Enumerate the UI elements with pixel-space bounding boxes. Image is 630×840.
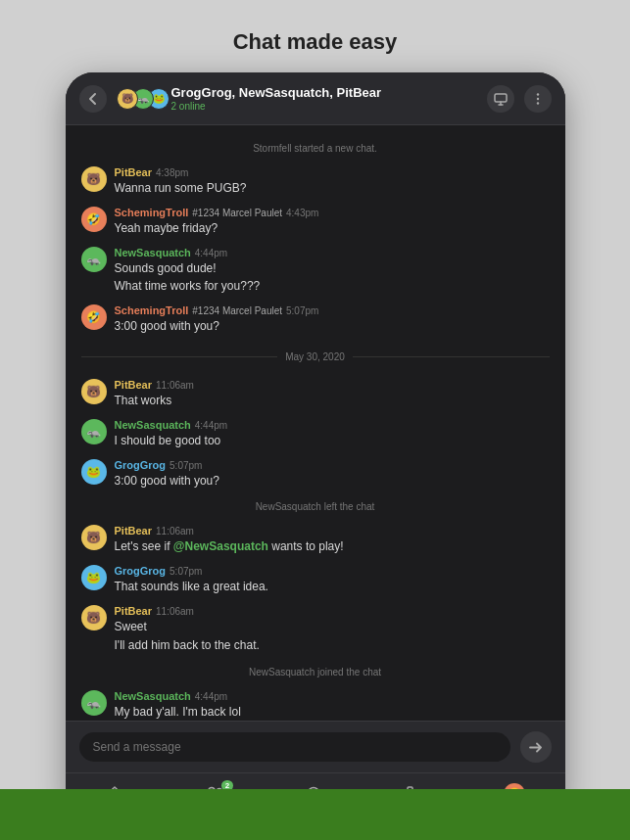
message-row: 🐻 PitBear 11:06am Sweet I'll add him bac… [81, 605, 550, 654]
avatar: 🤣 [81, 304, 107, 330]
message-content: PitBear 11:06am That works [115, 379, 550, 409]
avatar-pitbear: 🐻 [117, 88, 138, 110]
message-time: 4:44pm [195, 691, 227, 702]
message-text: My bad y'all. I'm back lol [115, 704, 550, 721]
message-content: PitBear 11:06am Sweet I'll add him back … [115, 605, 550, 654]
message-row: 🐸 GrogGrog 5:07pm That sounds like a gre… [81, 565, 550, 595]
message-row: 🦡 NewSasquatch 4:44pm My bad y'all. I'm … [81, 690, 550, 721]
message-username: PitBear [115, 605, 153, 617]
message-time: 5:07pm [170, 460, 202, 471]
message-text: That sounds like a great idea. [115, 579, 550, 595]
message-input[interactable] [79, 732, 510, 762]
send-button[interactable] [520, 731, 552, 763]
message-time: 5:07pm [286, 305, 318, 316]
system-message: NewSasquatch joined the chat [81, 667, 550, 677]
message-username: NewSasquatch [115, 247, 191, 258]
message-content: NewSasquatch 4:44pm I should be good too [115, 419, 550, 449]
green-bar [0, 789, 630, 840]
message-row: 🦡 NewSasquatch 4:44pm Sounds good dude! … [81, 247, 550, 296]
avatar: 🐻 [81, 166, 107, 192]
message-text: Sounds good dude! [115, 260, 550, 277]
message-time: 11:06am [156, 380, 194, 391]
avatar: 🦡 [81, 419, 107, 444]
svg-point-1 [536, 93, 538, 95]
message-row: 🐻 PitBear 4:38pm Wanna run some PUGB? [81, 166, 550, 197]
more-options-button[interactable] [524, 85, 552, 113]
message-username: NewSasquatch [115, 690, 191, 702]
message-username: PitBear [115, 525, 153, 537]
svg-point-3 [536, 102, 538, 104]
group-status: 2 online [171, 101, 487, 112]
message-content: SchemingTroll #1234 Marcel Paulet 4:43pm… [115, 207, 550, 237]
date-divider: May 30, 2020 [81, 351, 550, 362]
avatar: 🐻 [81, 525, 107, 550]
message-time: 4:44pm [195, 420, 227, 431]
avatar: 🦡 [81, 690, 107, 716]
header-actions [487, 85, 552, 113]
page-title: Chat made easy [233, 29, 398, 55]
avatar: 🦡 [81, 247, 107, 272]
message-time: 4:38pm [156, 167, 188, 178]
back-button[interactable] [79, 85, 107, 113]
message-time: 4:44pm [195, 248, 227, 258]
message-time: 5:07pm [170, 566, 202, 577]
message-content: NewSasquatch 4:44pm Sounds good dude! Wh… [115, 247, 550, 296]
message-row: 🤣 SchemingTroll #1234 Marcel Paulet 4:43… [81, 207, 550, 237]
message-time: 4:43pm [286, 208, 318, 218]
message-content: PitBear 4:38pm Wanna run some PUGB? [115, 166, 550, 197]
header-info: GrogGrog, NewSasquatch, PitBear 2 online [171, 85, 487, 112]
message-content: GrogGrog 5:07pm 3:00 good with you? [115, 459, 550, 490]
message-text: I should be good too [115, 433, 550, 449]
message-text: What time works for you??? [115, 278, 550, 295]
message-content: NewSasquatch 4:44pm My bad y'all. I'm ba… [115, 690, 550, 721]
message-username: PitBear [115, 379, 153, 391]
message-row: 🦡 NewSasquatch 4:44pm I should be good t… [81, 419, 550, 449]
message-time: 11:06am [156, 606, 194, 617]
svg-point-2 [536, 97, 538, 99]
message-username: NewSasquatch [115, 419, 191, 431]
message-row: 🐻 PitBear 11:06am Let's see if @NewSasqu… [81, 525, 550, 555]
screen-share-button[interactable] [487, 85, 514, 113]
message-text: Let's see if @NewSasquatch wants to play… [115, 538, 550, 555]
message-text: Wanna run some PUGB? [115, 180, 550, 197]
message-content: SchemingTroll #1234 Marcel Paulet 5:07pm… [115, 304, 550, 335]
message-sub: #1234 Marcel Paulet [192, 305, 282, 316]
phone-frame: 🐻 🦡 🐸 GrogGrog, NewSasquatch, PitBear 2 … [66, 72, 565, 817]
system-message: Stormfell started a new chat. [81, 143, 550, 154]
avatar: 🐸 [81, 459, 107, 485]
input-bar [66, 721, 565, 772]
message-content: PitBear 11:06am Let's see if @NewSasquat… [115, 525, 550, 555]
message-row: 🐸 GrogGrog 5:07pm 3:00 good with you? [81, 459, 550, 490]
message-row: 🤣 SchemingTroll #1234 Marcel Paulet 5:07… [81, 304, 550, 335]
message-text: Sweet [115, 619, 550, 635]
message-content: GrogGrog 5:07pm That sounds like a great… [115, 565, 550, 595]
avatar: 🐻 [81, 379, 107, 404]
chat-header: 🐻 🦡 🐸 GrogGrog, NewSasquatch, PitBear 2 … [66, 72, 565, 125]
message-username: SchemingTroll [115, 304, 189, 316]
message-row: 🐻 PitBear 11:06am That works [81, 379, 550, 409]
group-avatars: 🐻 🦡 🐸 [117, 88, 164, 110]
message-username: SchemingTroll [115, 207, 189, 218]
group-name: GrogGrog, NewSasquatch, PitBear [171, 85, 487, 101]
messages-area: Stormfell started a new chat. 🐻 PitBear … [66, 125, 565, 721]
message-text: That works [115, 393, 550, 409]
svg-rect-0 [495, 94, 507, 102]
system-message: NewSasquatch left the chat [81, 501, 550, 512]
message-text: 3:00 good with you? [115, 318, 550, 335]
message-sub: #1234 Marcel Paulet [192, 208, 282, 218]
date-text: May 30, 2020 [285, 351, 345, 362]
mention: @NewSasquatch [173, 539, 268, 553]
message-username: GrogGrog [115, 459, 167, 471]
message-username: PitBear [115, 166, 153, 178]
message-time: 11:06am [156, 526, 194, 537]
message-text: I'll add him back to the chat. [115, 637, 550, 654]
message-username: GrogGrog [115, 565, 167, 577]
avatar: 🐻 [81, 605, 107, 630]
message-text: Yeah maybe friday? [115, 220, 550, 237]
message-text: 3:00 good with you? [115, 473, 550, 490]
avatar: 🤣 [81, 207, 107, 232]
avatar: 🐸 [81, 565, 107, 590]
